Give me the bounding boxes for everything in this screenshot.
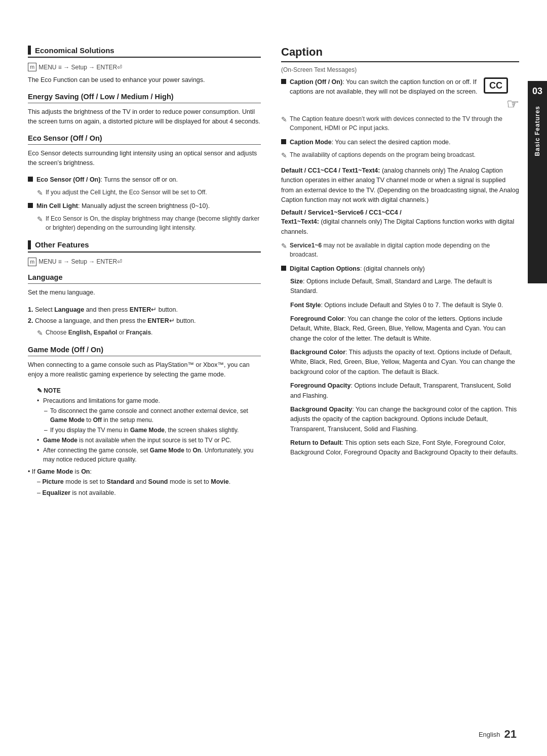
cc-box: CC	[484, 77, 508, 94]
eco-menu-path: m MENU ≡ → Setup → ENTER⏎	[28, 63, 261, 71]
caption-bg-color-label: Background Color	[290, 349, 345, 356]
eco-sensor-bullet1: Eco Sensor (Off / On): Turns the sensor …	[28, 175, 261, 185]
caption-default-cc-para: Default / CC1~CC4 / Text1~Text4: (analog…	[281, 166, 519, 205]
caption-bg-opacity-para: Background Opacity: You can change the b…	[290, 405, 519, 434]
game-mode-note-sub1: To disconnect the game console and conne…	[44, 406, 261, 425]
sq-icon-caption1	[281, 79, 286, 84]
caption-note1: ✎ The Caption feature doesn’t work with …	[281, 114, 519, 133]
language-step2: 2. Choose a language, and then press the…	[28, 316, 261, 326]
note-label: ✎ NOTE	[37, 387, 261, 394]
other-features-title: Other Features	[35, 240, 89, 249]
language-bold1: Language	[54, 306, 84, 313]
caption-header-row: Caption (Off / On): You can switch the c…	[281, 77, 519, 110]
caption-bullet1-text: Caption (Off / On): You can switch the c…	[290, 77, 479, 97]
caption-bullet2-suffix: : You can select the desired caption mod…	[332, 139, 451, 146]
caption-note2: ✎ The availability of captions depends o…	[281, 150, 519, 161]
sq-icon1	[28, 177, 33, 182]
caption-return-para: Return to Default: This option sets each…	[290, 438, 519, 458]
caption-fg-color-para: Foreground Color: You can change the col…	[290, 314, 519, 344]
eco-sensor-bullet2-suffix: : Manually adjust the screen brightness …	[78, 202, 210, 209]
caption-bullet1: Caption (Off / On): You can switch the c…	[281, 77, 479, 97]
note-pencil-icon-c2: ✎	[281, 150, 287, 161]
game-mode-note-item1: Precautions and limitations for game mod…	[37, 396, 261, 405]
caption-bg-color-para: Background Color: This adjusts the opaci…	[290, 348, 519, 377]
economical-solutions-title-bar: Economical Solutions	[28, 46, 261, 58]
economical-solutions-section: Economical Solutions m MENU ≡ → Setup → …	[28, 46, 261, 86]
economical-solutions-title: Economical Solutions	[35, 46, 114, 55]
caption-fg-opacity-label: Foreground Opacity	[290, 382, 350, 389]
language-note-text: Choose English, Español or Français.	[46, 328, 152, 337]
eco-sensor-section: Eco Sensor (Off / On) Eco Sensor detects…	[28, 134, 261, 232]
caption-default-cc-label: Default / CC1~CC4 / Text1~Text4:	[281, 167, 380, 174]
caption-fg-color-label: Foreground Color	[290, 315, 344, 322]
eco-sensor-note1-text: If you adjust the Cell Light, the Eco Se…	[46, 188, 207, 197]
eco-sensor-note1: ✎ If you adjust the Cell Light, the Eco …	[37, 188, 261, 198]
caption-size-label: Size	[290, 278, 303, 285]
language-bold2: ENTER	[130, 306, 151, 313]
game-mode-note-block: ✎ NOTE Precautions and limitations for g…	[37, 387, 261, 464]
caption-font-style-label: Font Style	[290, 302, 321, 309]
language-body: Set the menu language.	[28, 288, 261, 298]
game-mode-body: When connecting to a game console such a…	[28, 360, 261, 380]
economical-solutions-body: The Eco Function can be used to enhance …	[28, 75, 261, 85]
eco-sensor-bullet2-label: Min Cell Light	[36, 202, 78, 209]
page-footer: English 21	[479, 728, 517, 741]
note-pencil-icon3: ✎	[37, 328, 43, 339]
caption-bullet2: Caption Mode: You can select the desired…	[281, 138, 519, 147]
game-mode-on-section: • If Game Mode is On: – Picture mode is …	[28, 468, 261, 498]
caption-size-para: Size: Options include Default, Small, St…	[290, 277, 519, 297]
caption-return-label: Return to Default	[290, 439, 341, 446]
energy-saving-body: This adjusts the brightness of the TV in…	[28, 107, 261, 127]
eco-sensor-bullet1-suffix: : Turns the sensor off or on.	[100, 176, 178, 183]
caption-subtitle: (On-Screen Text Messages)	[281, 66, 519, 73]
caption-text1-label: Text1~Text4:	[281, 218, 319, 225]
note-pencil-icon2: ✎	[37, 214, 43, 225]
game-mode-on-note1: – Picture mode is set to Standard and So…	[37, 477, 261, 487]
caption-note1-text: The Caption feature doesn’t work with de…	[290, 114, 519, 133]
caption-fg-opacity-para: Foreground Opacity: Options include Defa…	[290, 381, 519, 401]
page: 03 Basic Features Economical Solutions m…	[0, 0, 547, 756]
cc-icon: CC ☞	[484, 77, 519, 110]
eco-sensor-note2-text: If Eco Sensor is On, the display brightn…	[46, 214, 261, 232]
cc-hand-icon: ☞	[506, 96, 519, 112]
caption-digital-bullet: Digital Caption Options: (digital channe…	[281, 264, 519, 274]
sq-icon-caption3	[281, 266, 286, 271]
game-mode-on-note2: – Equalizer is not available.	[37, 488, 261, 498]
note-pencil-icon-c1: ✎	[281, 114, 287, 125]
other-features-section: Other Features m MENU ≡ → Setup → ENTER⏎	[28, 240, 261, 266]
caption-service-note: ✎ Service1~6 may not be available in dig…	[281, 241, 519, 259]
game-mode-on-notes: – Picture mode is set to Standard and So…	[28, 477, 261, 498]
caption-digital-label: Digital Caption Options	[290, 265, 360, 272]
page-language: English	[479, 731, 500, 738]
game-mode-on-label: • If Game Mode is On:	[28, 468, 261, 475]
caption-digital-suffix: : (digital channels only)	[360, 265, 425, 272]
caption-bg-opacity-label: Background Opacity	[290, 406, 352, 413]
sq-icon-caption2	[281, 139, 286, 144]
game-mode-note-item3: After connecting the game console, set G…	[37, 446, 261, 464]
eco-sensor-bullet1-label: Eco Sensor (Off / On)	[36, 176, 100, 183]
eco-sensor-note2: ✎ If Eco Sensor is On, the display brigh…	[37, 214, 261, 232]
page-number: 21	[504, 728, 517, 741]
caption-note2-text: The availability of captions depends on …	[290, 150, 476, 159]
caption-bullet2-text: Caption Mode: You can select the desired…	[290, 138, 451, 147]
energy-saving-title: Energy Saving (Off / Low / Medium / High…	[28, 93, 261, 103]
caption-bullet1-container: Caption (Off / On): You can switch the c…	[281, 77, 479, 100]
sq-icon2	[28, 203, 33, 208]
right-column: Caption (On-Screen Text Messages) Captio…	[276, 46, 519, 710]
caption-font-style-text: : Options include Default and Styles 0 t…	[321, 302, 503, 309]
caption-service-note-text: Service1~6 may not be available in digit…	[290, 241, 519, 259]
menu-icon2: m	[28, 258, 36, 266]
bar-icon	[28, 46, 31, 55]
note-pencil-icon1: ✎	[37, 188, 43, 198]
game-mode-notes-list: Precautions and limitations for game mod…	[37, 396, 261, 464]
bar-icon2	[28, 240, 31, 249]
language-section: Language Set the menu language. 1. Selec…	[28, 273, 261, 339]
language-bold3: ENTER	[147, 317, 169, 324]
language-step1: 1. Select Language and then press ENTER↵…	[28, 305, 261, 315]
main-content: Economical Solutions m MENU ≡ → Setup → …	[0, 25, 547, 731]
game-mode-note-item2: Game Mode is not available when the inpu…	[37, 436, 261, 445]
eco-sensor-body: Eco Sensor detects surrounding light int…	[28, 149, 261, 169]
game-mode-title: Game Mode (Off / On)	[28, 346, 261, 356]
eco-sensor-bullet2-text: Min Cell Light: Manually adjust the scre…	[36, 201, 210, 211]
energy-saving-section: Energy Saving (Off / Low / Medium / High…	[28, 93, 261, 127]
